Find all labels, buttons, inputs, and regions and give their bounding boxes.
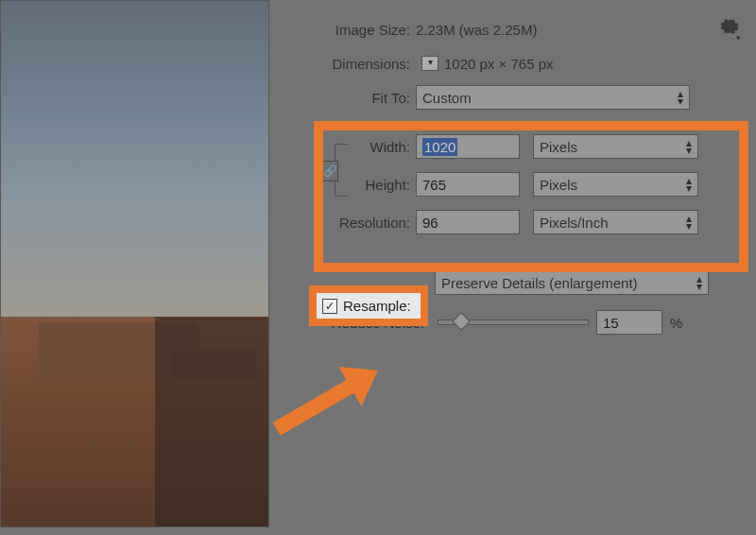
width-input[interactable]: 1020 xyxy=(416,134,520,159)
chevron-updown-icon: ▴▾ xyxy=(696,275,702,290)
resample-method-value: Preserve Details (enlargement) xyxy=(441,275,638,291)
resample-method-select[interactable]: Preserve Details (enlargement) ▴▾ xyxy=(435,270,709,295)
width-unit-value: Pixels xyxy=(540,139,577,155)
height-input[interactable] xyxy=(416,172,520,197)
resample-label: Resample: xyxy=(343,298,411,314)
highlight-resample: ✓ Resample: xyxy=(309,285,428,326)
dimensions-value: 1020 px × 765 px xyxy=(444,56,554,72)
resolution-input[interactable] xyxy=(416,210,520,234)
image-size-panel: Image Size: 2.23M (was 2.25M) Dimensions… xyxy=(284,0,756,535)
resolution-value[interactable] xyxy=(422,215,513,231)
image-size-label: Image Size: xyxy=(284,22,416,38)
dimensions-label: Dimensions: xyxy=(284,56,416,72)
image-size-value: 2.23M (was 2.25M) xyxy=(416,22,537,38)
image-preview xyxy=(0,0,269,527)
resolution-unit-value: Pixels/Inch xyxy=(540,215,609,231)
resolution-label: Resolution: xyxy=(284,215,416,231)
resolution-unit-select[interactable]: Pixels/Inch ▴▾ xyxy=(533,210,698,234)
chevron-updown-icon: ▴▾ xyxy=(678,90,683,105)
resample-checkbox[interactable]: ✓ xyxy=(322,299,337,314)
chevron-updown-icon: ▴▾ xyxy=(686,139,692,154)
dimensions-popup-icon[interactable]: ▾ xyxy=(421,56,438,71)
height-unit-select[interactable]: Pixels ▴▾ xyxy=(533,172,698,197)
constrain-link-icon[interactable]: 🔗 xyxy=(321,161,338,181)
width-value: 1020 xyxy=(422,138,457,156)
width-label: Width: xyxy=(284,139,416,155)
reduce-noise-input[interactable] xyxy=(596,310,662,335)
fit-to-label: Fit To: xyxy=(284,90,416,106)
reduce-noise-slider[interactable] xyxy=(438,319,589,325)
height-value[interactable] xyxy=(422,177,513,193)
fit-to-select[interactable]: Custom ▴▾ xyxy=(416,85,690,110)
fit-to-value: Custom xyxy=(422,90,472,106)
slider-thumb-icon[interactable] xyxy=(452,312,471,331)
chevron-updown-icon: ▴▾ xyxy=(686,215,692,230)
width-unit-select[interactable]: Pixels ▴▾ xyxy=(533,134,698,159)
chevron-updown-icon: ▴▾ xyxy=(686,177,692,192)
height-label: Height: xyxy=(284,177,416,193)
reduce-noise-value[interactable] xyxy=(603,315,656,331)
height-unit-value: Pixels xyxy=(540,177,577,193)
percent-suffix: % xyxy=(662,315,682,331)
